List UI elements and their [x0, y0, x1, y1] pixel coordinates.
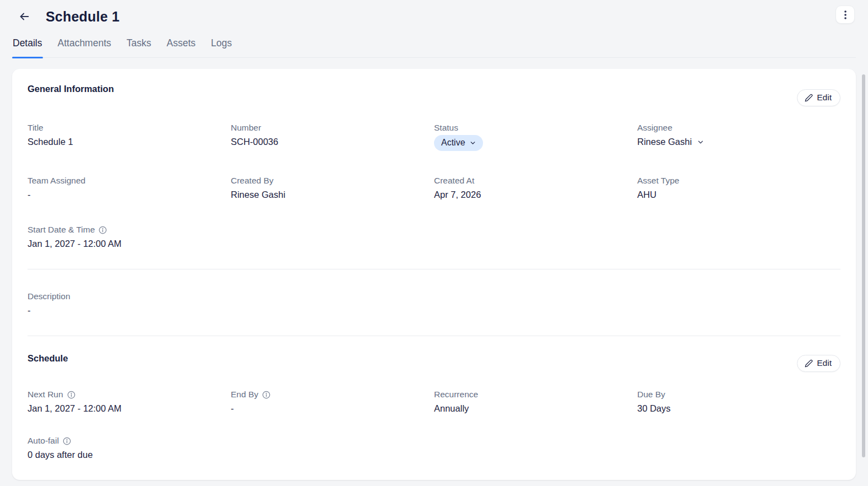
field-created-by-label: Created By — [231, 176, 434, 186]
info-icon[interactable] — [262, 391, 270, 399]
assignee-dropdown[interactable]: Rinese Gashi — [637, 137, 704, 147]
field-created-by: Created By Rinese Gashi — [231, 176, 434, 200]
tab-tasks[interactable]: Tasks — [126, 34, 152, 57]
kebab-menu-icon — [844, 10, 847, 19]
field-title-value: Schedule 1 — [28, 137, 231, 147]
details-card: General Information Edit Title Schedule … — [12, 69, 856, 480]
field-auto-fail-label: Auto-fail — [28, 436, 59, 446]
vertical-scrollbar[interactable] — [862, 74, 865, 457]
field-created-at-value: Apr 7, 2026 — [434, 190, 637, 200]
general-information-heading: General Information — [28, 84, 114, 94]
field-created-by-value: Rinese Gashi — [231, 190, 434, 200]
field-description-value: - — [28, 305, 840, 316]
field-end-by-label-line: End By — [231, 390, 434, 399]
chevron-down-icon — [697, 138, 704, 146]
field-asset-type-value: AHU — [637, 190, 840, 200]
field-end-by-label: End By — [231, 390, 258, 399]
schedule-fields-grid: Next Run Jan 1, 2027 - 12:00 AM End By — [28, 390, 840, 460]
field-due-by-label: Due By — [637, 390, 840, 399]
status-dropdown[interactable]: Active — [434, 135, 483, 151]
edit-button-label: Edit — [817, 93, 832, 102]
tab-attachments[interactable]: Attachments — [57, 34, 112, 57]
field-team-assigned-value: - — [28, 190, 231, 200]
section-divider — [28, 336, 840, 336]
field-start-date-time-label: Start Date & Time — [28, 225, 95, 235]
general-information-edit-button[interactable]: Edit — [797, 89, 840, 106]
field-auto-fail-value: 0 days after due — [28, 450, 231, 460]
field-assignee: Assignee Rinese Gashi — [637, 123, 840, 151]
field-next-run: Next Run Jan 1, 2027 - 12:00 AM — [28, 390, 231, 414]
field-due-by: Due By 30 Days — [637, 390, 840, 414]
schedule-heading: Schedule — [28, 353, 68, 364]
tab-details[interactable]: Details — [12, 34, 43, 57]
info-icon[interactable] — [63, 437, 71, 445]
field-auto-fail-label-line: Auto-fail — [28, 436, 231, 446]
field-team-assigned-label: Team Assigned — [28, 176, 231, 186]
field-status: Status Active — [434, 123, 637, 151]
schedule-section-header: Schedule Edit — [28, 338, 840, 372]
field-title-label: Title — [28, 123, 231, 133]
field-assignee-label: Assignee — [637, 123, 840, 133]
field-description: Description - — [28, 291, 840, 316]
field-end-by: End By - — [231, 390, 434, 414]
tab-logs[interactable]: Logs — [210, 34, 232, 57]
back-button[interactable] — [17, 9, 32, 24]
section-divider — [28, 269, 840, 269]
field-created-at: Created At Apr 7, 2026 — [434, 176, 637, 200]
field-recurrence: Recurrence Annually — [434, 390, 637, 414]
field-number: Number SCH-00036 — [231, 123, 434, 151]
field-next-run-value: Jan 1, 2027 - 12:00 AM — [28, 403, 231, 414]
assignee-name: Rinese Gashi — [637, 137, 692, 147]
field-created-at-label: Created At — [434, 176, 637, 186]
page-header: Schedule 1 — [0, 0, 868, 26]
field-status-label: Status — [434, 123, 637, 133]
general-fields-grid: Title Schedule 1 Number SCH-00036 Status… — [28, 123, 840, 249]
field-end-by-value: - — [231, 403, 434, 414]
field-number-label: Number — [231, 123, 434, 133]
field-next-run-label: Next Run — [28, 390, 63, 399]
field-title: Title Schedule 1 — [28, 123, 231, 151]
tab-bar: Details Attachments Tasks Assets Logs — [12, 34, 856, 58]
info-icon[interactable] — [99, 226, 107, 234]
field-start-date-time-label-line: Start Date & Time — [28, 225, 231, 235]
arrow-left-icon — [18, 10, 30, 23]
field-number-value: SCH-00036 — [231, 137, 434, 147]
tab-assets[interactable]: Assets — [166, 34, 197, 57]
field-start-date-time-value: Jan 1, 2027 - 12:00 AM — [28, 239, 231, 249]
field-auto-fail: Auto-fail 0 days after due — [28, 436, 231, 460]
field-description-label: Description — [28, 291, 840, 301]
field-recurrence-value: Annually — [434, 403, 637, 414]
schedule-edit-button[interactable]: Edit — [797, 355, 840, 372]
status-badge: Active — [441, 138, 465, 148]
pencil-icon — [805, 359, 813, 368]
info-icon[interactable] — [67, 391, 75, 399]
field-due-by-value: 30 Days — [637, 403, 840, 414]
pencil-icon — [805, 94, 813, 102]
more-actions-button[interactable] — [836, 6, 855, 24]
field-next-run-label-line: Next Run — [28, 390, 231, 399]
field-start-date-time: Start Date & Time Jan 1, 2027 - 12:00 AM — [28, 225, 231, 249]
page-title: Schedule 1 — [46, 9, 120, 25]
edit-button-label: Edit — [817, 358, 832, 368]
field-recurrence-label: Recurrence — [434, 390, 637, 399]
field-team-assigned: Team Assigned - — [28, 176, 231, 200]
field-asset-type-label: Asset Type — [637, 176, 840, 186]
field-asset-type: Asset Type AHU — [637, 176, 840, 200]
chevron-down-icon — [469, 139, 476, 147]
general-information-section-header: General Information Edit — [28, 69, 840, 106]
